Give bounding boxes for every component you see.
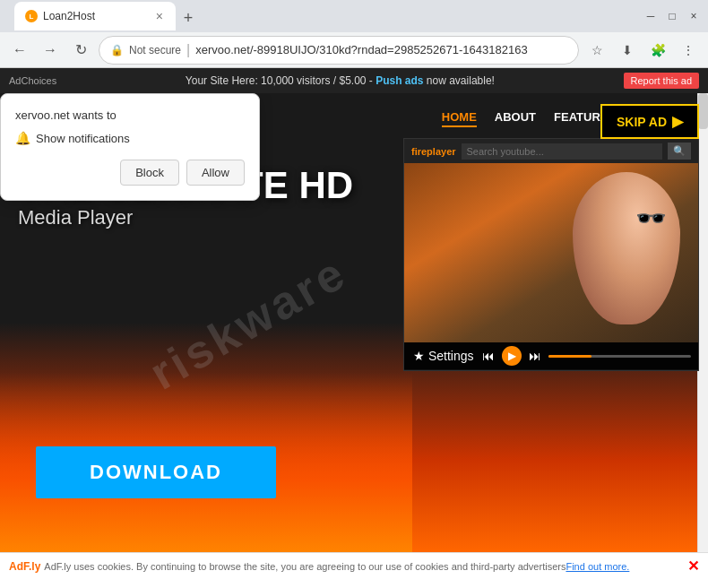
downloads-btn[interactable]: ⬇ [615, 38, 640, 63]
skip-ad-arrow-icon: ▶ [672, 113, 683, 130]
ad-text-main: Your Site Here: 10,000 visitors / $5.00 … [186, 74, 376, 87]
notif-actions: Block Allow [15, 160, 245, 186]
close-window-btn[interactable]: × [686, 9, 701, 23]
show-notifications-label: Show notifications [36, 132, 130, 145]
tab-title: Loan2Host [43, 10, 149, 22]
title-bar: L Loan2Host × + ─ □ × [0, 0, 708, 32]
refresh-btn[interactable]: ↻ [68, 38, 93, 63]
find-out-more-link[interactable]: Find out more. [566, 561, 629, 572]
vp-search-btn[interactable]: 🔍 [668, 143, 691, 160]
ad-banner: AdChoices Your Site Here: 10,000 visitor… [0, 68, 708, 93]
address-bar[interactable]: 🔒 Not secure | xervoo.net/-89918UIJO/310… [99, 36, 579, 65]
vp-logo: fireplayer [411, 146, 456, 157]
skip-ad-label: SKIP AD [617, 115, 667, 129]
tab-bar: L Loan2Host × + [7, 2, 208, 30]
video-controls: ★ Settings ⏮ ▶ ⏭ [404, 342, 698, 369]
video-image [404, 163, 698, 342]
allow-btn[interactable]: Allow [186, 160, 245, 186]
site-main: riskware fireplayer HOME ABOUT FEATURES … [0, 93, 708, 552]
adfly-close-btn[interactable]: ✕ [687, 558, 699, 575]
nav-about[interactable]: ABOUT [495, 110, 536, 127]
vp-search-input[interactable] [462, 143, 662, 160]
minimize-btn[interactable]: ─ [643, 9, 658, 23]
bell-icon: 🔔 [15, 131, 30, 145]
hero-subtitle: Media Player [18, 206, 353, 229]
download-btn[interactable]: DOWNLOAD [36, 446, 276, 498]
progress-fill [548, 355, 591, 358]
report-ad-btn[interactable]: Report this ad [624, 73, 699, 89]
next-btn[interactable]: ⏭ [527, 349, 543, 363]
favicon-letter: L [30, 13, 34, 21]
new-tab-btn[interactable]: + [176, 5, 201, 30]
notification-popup: xervoo.net wants to 🔔 Show notifications… [0, 93, 260, 201]
browser-toolbar: ← → ↻ 🔒 Not secure | xervoo.net/-89918UI… [0, 32, 708, 68]
notif-show-notifications: 🔔 Show notifications [15, 131, 245, 145]
lock-icon: 🔒 [110, 44, 124, 56]
adfly-logo: AdF.ly [9, 560, 40, 573]
adchoices-label: AdChoices [9, 75, 56, 86]
notif-title-text: xervoo.net wants to [15, 108, 117, 122]
url-text: xervoo.net/-89918UIJO/310kd?rndad=298525… [195, 43, 567, 56]
skip-ad-btn[interactable]: SKIP AD ▶ [600, 104, 699, 139]
block-btn[interactable]: Block [120, 160, 179, 186]
back-btn[interactable]: ← [7, 38, 32, 63]
prev-btn[interactable]: ⏮ [480, 349, 496, 363]
tab-favicon: L [25, 10, 38, 22]
browser-chrome: L Loan2Host × + ─ □ × ← → ↻ 🔒 Not secure… [0, 0, 708, 68]
ad-text-suffix: now available! [424, 74, 495, 87]
security-label: Not secure [129, 44, 181, 56]
tab-close-btn[interactable]: × [154, 7, 165, 25]
window-controls: ─ □ × [643, 9, 701, 23]
browser-tab[interactable]: L Loan2Host × [14, 2, 176, 30]
adfly-text: AdF.ly uses cookies. By continuing to br… [44, 561, 566, 572]
adfly-bar: AdF.ly AdF.ly uses cookies. By continuin… [0, 552, 708, 579]
notif-title: xervoo.net wants to [15, 108, 245, 122]
menu-btn[interactable]: ⋮ [676, 38, 701, 63]
forward-btn[interactable]: → [38, 38, 63, 63]
push-ads-link[interactable]: Push ads [376, 74, 423, 87]
video-preview-panel: fireplayer 🔍 ★ Settings ⏮ ▶ ⏭ [403, 138, 699, 371]
page-content: AdChoices Your Site Here: 10,000 visitor… [0, 68, 708, 579]
ad-banner-text: Your Site Here: 10,000 visitors / $5.00 … [186, 74, 495, 87]
maximize-btn[interactable]: □ [665, 9, 679, 23]
progress-bar[interactable] [548, 355, 691, 358]
settings-btn[interactable]: ★ Settings [411, 349, 475, 363]
nav-home[interactable]: HOME [442, 110, 477, 127]
extensions-btn[interactable]: 🧩 [645, 38, 670, 63]
bookmark-btn[interactable]: ☆ [584, 38, 609, 63]
skip-ad-container: SKIP AD ▶ [600, 104, 699, 139]
play-btn[interactable]: ▶ [502, 346, 522, 366]
address-separator: | [186, 42, 190, 58]
video-thumbnail [404, 163, 698, 342]
